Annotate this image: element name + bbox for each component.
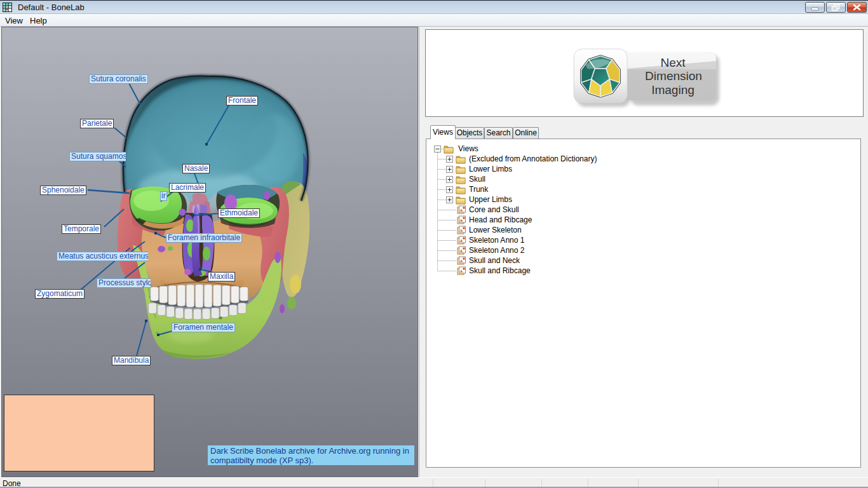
svg-text:Next: Next [660, 56, 686, 69]
svg-text:Dimension: Dimension [645, 69, 702, 83]
svg-text:Imaging: Imaging [651, 83, 695, 97]
